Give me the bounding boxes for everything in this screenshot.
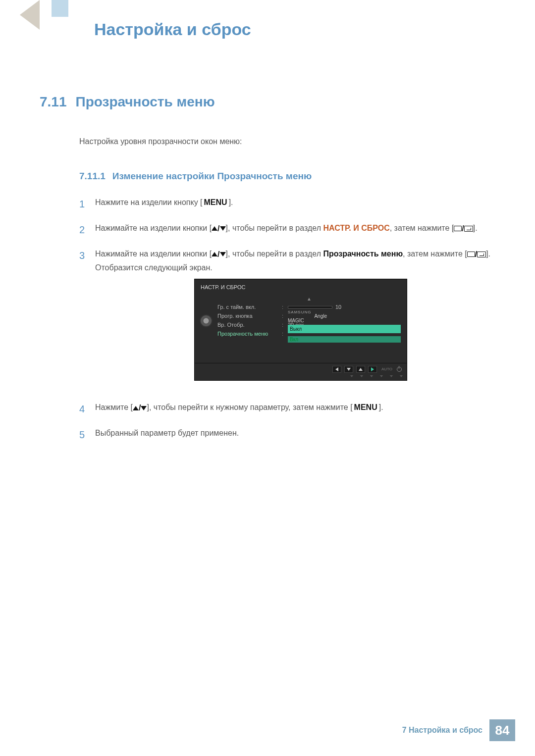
- page-number-badge: 84: [489, 719, 515, 741]
- nav-auto-label: AUTO: [380, 366, 394, 373]
- step-2: 2 Нажимайте на изделии кнопки [/], чтобы…: [79, 221, 495, 238]
- step-3: 3 Нажимайте на изделии кнопки [/], чтобы…: [79, 247, 495, 392]
- step-body: Нажмите [/], чтобы перейти к нужному пар…: [95, 401, 495, 414]
- osd-row-progkey: Прогр. кнопка : SAMSUNG MAGIC Angle: [217, 311, 401, 320]
- page-content: 7.11Прозрачность меню Настройка уровня п…: [40, 94, 495, 452]
- osd-category-icon-column: [195, 294, 217, 358]
- step-body: Нажмите на изделии кнопку [MENU].: [95, 196, 495, 209]
- menu-label: MENU: [353, 401, 379, 414]
- osd-panel: НАСТР. И СБРОС ▲ Гр. с тайм. вкл. : 10: [194, 279, 407, 381]
- up-down-buttons-icon: /: [133, 401, 147, 414]
- page-corner-fold: [0, 0, 40, 30]
- gear-icon: [201, 315, 212, 326]
- nav-indicator-dots: [195, 375, 407, 380]
- step-body: Нажимайте на изделии кнопки [/], чтобы п…: [95, 221, 495, 235]
- step-1: 1 Нажмите на изделии кнопку [MENU].: [79, 196, 495, 212]
- osd-title: НАСТР. И СБРОС: [195, 279, 407, 294]
- step-number: 1: [79, 196, 95, 212]
- step-note: Отобразится следующий экран.: [95, 263, 213, 272]
- section-number: 7.11: [40, 94, 67, 109]
- step-body: Выбранный параметр будет применен.: [95, 426, 495, 440]
- scroll-up-icon: ▲: [217, 296, 401, 302]
- step-5: 5 Выбранный параметр будет применен.: [79, 426, 495, 443]
- subsection-title: Изменение настройки Прозрачность меню: [112, 171, 312, 181]
- source-enter-buttons-icon: /: [454, 222, 473, 235]
- chapter-title: Настройка и сброс: [94, 20, 251, 39]
- step-4: 4 Нажмите [/], чтобы перейти к нужному п…: [79, 401, 495, 417]
- up-down-buttons-icon: /: [212, 222, 225, 235]
- osd-row-transparency: Прозрачность меню : Выкл Вкл: [217, 329, 401, 338]
- osd-menu-list: ▲ Гр. с тайм. вкл. : 10 Прогр. кнопка :: [217, 294, 407, 358]
- up-down-buttons-icon: /: [212, 248, 225, 261]
- dropdown-option-on: Вкл: [288, 336, 401, 343]
- nav-target: Прозрачность меню: [323, 250, 403, 258]
- section-intro: Настройка уровня прозрачности окон меню:: [79, 137, 495, 146]
- osd-screenshot: НАСТР. И СБРОС ▲ Гр. с тайм. вкл. : 10: [194, 279, 495, 381]
- steps-list: 1 Нажмите на изделии кнопку [MENU]. 2 На…: [79, 196, 495, 443]
- section-title: Прозрачность меню: [76, 94, 215, 109]
- menu-label: MENU: [203, 196, 229, 209]
- step-number: 3: [79, 247, 95, 264]
- step-body: Нажимайте на изделии кнопки [/], чтобы п…: [95, 247, 495, 392]
- nav-left-icon: [332, 366, 341, 373]
- power-icon: [397, 367, 402, 372]
- page-footer: 7 Настройка и сброс 84: [402, 719, 515, 741]
- footer-chapter-ref: 7 Настройка и сброс: [402, 726, 482, 735]
- subsection-number: 7.11.1: [79, 171, 106, 181]
- source-enter-buttons-icon: /: [467, 248, 486, 261]
- nav-up-icon: [356, 366, 365, 373]
- dropdown-option-off: Выкл: [288, 325, 401, 333]
- step-number: 4: [79, 401, 95, 417]
- step-number: 5: [79, 426, 95, 443]
- chapter-marker-square: [52, 0, 68, 17]
- osd-navbar: AUTO: [195, 363, 407, 375]
- step-number: 2: [79, 221, 95, 238]
- nav-target: НАСТР. И СБРОС: [323, 224, 389, 232]
- nav-right-icon: [368, 366, 377, 373]
- section-heading: 7.11Прозрачность меню: [40, 94, 495, 110]
- subsection-heading: 7.11.1Изменение настройки Прозрачность м…: [79, 171, 495, 182]
- nav-down-icon: [344, 366, 353, 373]
